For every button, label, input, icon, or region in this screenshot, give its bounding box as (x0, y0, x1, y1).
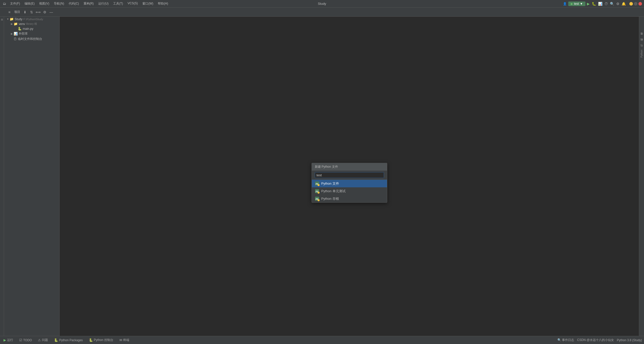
statusbar-right: 🔍 事件日志 CSDN @水远十八的小仙女 Python 3.8 (Study) (557, 338, 642, 342)
project-label: 项目 (13, 10, 21, 14)
tree-label-mainpy: main.py (23, 27, 33, 31)
py-file-icon: py (315, 181, 319, 186)
menu-tools[interactable]: 工具(T) (111, 1, 125, 6)
tree-item-external[interactable]: ▶ 📊 外部库 (4, 31, 59, 36)
todo-statusbar-label: TODO (23, 338, 32, 342)
tree-path-study: F:\Python\Study (23, 18, 43, 21)
statusbar-run[interactable]: ▶ 运行 (2, 337, 15, 343)
maximize-button[interactable] (634, 2, 637, 6)
run-statusbar-icon: ▶ (4, 338, 6, 342)
statusbar-problems[interactable]: ⚠ 问题 (36, 337, 49, 343)
toolbar-filter-icon[interactable]: ⟺ (35, 9, 41, 15)
menu-view[interactable]: 视图(V) (37, 1, 51, 6)
statusbar-todo[interactable]: ☑ TODO (18, 338, 33, 342)
menu-bar: 文件(F) 编辑(E) 视图(V) 导航(N) 代码(C) 重构(R) 运行(U… (8, 1, 563, 6)
tree-label-external: 外部库 (19, 32, 28, 36)
window-controls (629, 2, 642, 6)
file-icon-mainpy: 🐍 (18, 27, 22, 31)
statusbar-python-packages[interactable]: 🐍 Python Packages (53, 338, 84, 342)
problems-statusbar-icon: ⚠ (38, 338, 41, 342)
tree-sublabel-venv: library 根 (26, 22, 37, 26)
menu-edit[interactable]: 编辑(E) (22, 1, 37, 6)
popup-item-py-file[interactable]: py Python 文件 (312, 180, 387, 187)
action-icons: ▶ 🐛 📊 ⏱ 🔍 ⚙ 🔔 (587, 2, 626, 6)
event-log-statusbar[interactable]: 🔍 事件日志 (557, 338, 574, 342)
tree-arrow-venv: ▶ (10, 22, 14, 25)
menu-file[interactable]: 文件(F) (8, 1, 22, 6)
app-icon: 🗂 (2, 2, 7, 6)
menu-run[interactable]: 运行(U) (96, 1, 111, 6)
tree-label-scratches: 临时文件和控制台 (18, 37, 42, 41)
statusbar: ▶ 运行 ☑ TODO ⚠ 问题 🐍 Python Packages 🐍 Pyt… (0, 336, 644, 344)
window-title: Study (318, 2, 326, 6)
minimize-button[interactable] (629, 2, 633, 6)
terminal-statusbar-label: 终端 (123, 338, 129, 342)
popup-item-label-py-stub: Python 存根 (321, 196, 339, 201)
menu-vcs[interactable]: VCS(S) (125, 1, 140, 6)
toolbar-sort-icon[interactable]: ⇅ (29, 9, 34, 15)
toolbar-menu-icon[interactable]: ≡ (7, 9, 12, 15)
popup-item-py-stub[interactable]: py Python 存根 (312, 195, 387, 203)
folder-icon-study: 📁 (10, 17, 14, 21)
right-panel-icons: 书签 结构 Python 包 (639, 17, 644, 337)
menu-nav[interactable]: 导航(N) (52, 1, 66, 6)
terminal-statusbar-icon: ✉ (119, 338, 122, 342)
python-packages-statusbar-icon: 🐍 (54, 338, 58, 342)
content-area: 随处搜索 双击 Shift 转到文件 Ctrl+Shift+N 新建 Pytho… (60, 17, 639, 337)
py-test-icon-badge: py (315, 189, 319, 193)
python-console-statusbar-label: Python 控制台 (94, 338, 113, 342)
tree-arrow-study: ▼ (6, 18, 10, 20)
tree-item-scratches[interactable]: 🗒 临时文件和控制台 (4, 36, 59, 42)
toolbar-hide-icon[interactable]: — (48, 9, 54, 15)
new-python-file-popup: 新建 Python 文件 py Python 文件 py Python 单元测试 (312, 163, 387, 203)
project-sidebar: ▼ 📁 Study F:\Python\Study ▶ 📁 venv libra… (4, 17, 60, 337)
problems-statusbar-label: 问题 (42, 338, 48, 342)
toolbar-left (2, 9, 6, 16)
toolbar-settings-icon[interactable]: ⚙ (42, 9, 47, 15)
search-action-icon[interactable]: 🔍 (610, 2, 614, 6)
right-icon-python-packages[interactable]: Python 包 (640, 49, 643, 58)
menu-code[interactable]: 代码(C) (67, 1, 81, 6)
menu-refactor[interactable]: 重构(R) (82, 1, 96, 6)
popup-item-py-test[interactable]: py Python 单元测试 (312, 187, 387, 195)
toolbar: ≡ 项目 ⬇ ⇅ ⟺ ⚙ — (0, 8, 644, 17)
titlebar-controls: 👤 ▶ test ▼ ▶ 🐛 📊 ⏱ 🔍 ⚙ 🔔 (563, 2, 642, 6)
run-action-icon[interactable]: ▶ (587, 2, 590, 6)
user-button[interactable]: 👤 (563, 2, 567, 6)
python-version-statusbar[interactable]: Python 3.8 (Study) (617, 338, 642, 342)
py-stub-icon-badge: py (315, 197, 319, 201)
run-statusbar-label: 运行 (7, 338, 13, 342)
tree-label-study: Study (15, 17, 22, 21)
statusbar-terminal[interactable]: ✉ 终端 (118, 337, 131, 343)
popup-filename-input[interactable] (315, 172, 384, 178)
libs-icon-external: 📊 (14, 32, 18, 36)
tree-item-study[interactable]: ▼ 📁 Study F:\Python\Study (4, 17, 59, 21)
main-layout: ⊞ ▼ 📁 Study F:\Python\Study ▶ 📁 venv lib… (0, 17, 644, 337)
left-gutter-icon[interactable]: ⊞ (1, 19, 3, 21)
menu-window[interactable]: 窗口(W) (140, 1, 155, 6)
debug-action-icon[interactable]: 🐛 (592, 2, 596, 6)
profile-action-icon[interactable]: ⏱ (604, 2, 608, 6)
coverage-action-icon[interactable]: 📊 (598, 2, 602, 6)
run-config-button[interactable]: ▶ test ▼ (568, 2, 585, 6)
tree-label-venv: venv (19, 22, 25, 26)
close-button[interactable] (638, 2, 642, 6)
csdn-statusbar[interactable]: CSDN @水远十八的小仙女 (577, 338, 614, 342)
popup-title: 新建 Python 文件 (312, 163, 387, 171)
statusbar-python-console[interactable]: 🐍 Python 控制台 (87, 337, 115, 343)
tree-arrow-external: ▶ (10, 32, 14, 35)
menu-help[interactable]: 帮助(H) (156, 1, 170, 6)
run-icon: ▶ (571, 2, 573, 6)
popup-input-container (312, 171, 387, 180)
tree-item-venv[interactable]: ▶ 📁 venv library 根 (4, 21, 59, 26)
update-action-icon[interactable]: 🔔 (622, 2, 626, 6)
popup-item-label-py-file: Python 文件 (321, 181, 339, 186)
python-console-statusbar-icon: 🐍 (89, 338, 93, 342)
settings-action-icon[interactable]: ⚙ (616, 2, 620, 6)
left-gutter: ⊞ (0, 17, 4, 337)
tree-item-mainpy[interactable]: 🐍 main.py (4, 26, 59, 31)
run-dropdown-icon: ▼ (580, 2, 583, 6)
python-packages-statusbar-label: Python Packages (59, 338, 83, 342)
run-config-label: test (574, 2, 579, 6)
toolbar-collapse-icon[interactable]: ⬇ (22, 9, 28, 15)
